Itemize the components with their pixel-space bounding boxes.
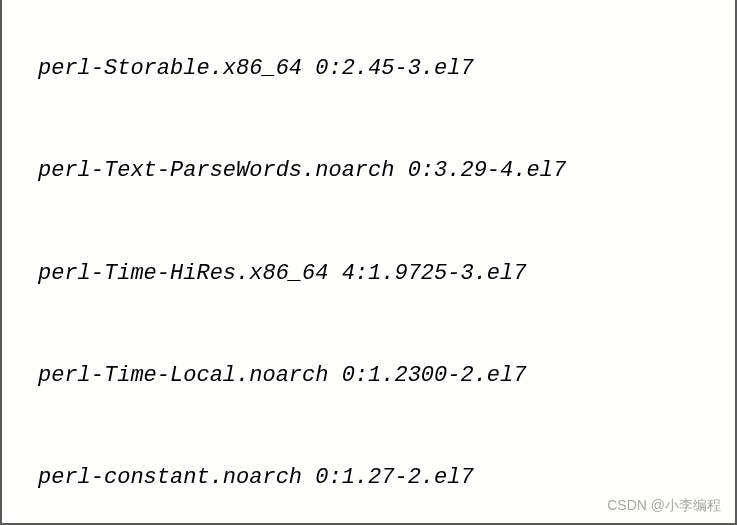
package-line: perl-Time-HiRes.x86_64 4:1.9725-3.el7 <box>10 257 727 291</box>
package-line: perl-Storable.x86_64 0:2.45-3.el7 <box>10 52 727 86</box>
package-line: perl-Time-Local.noarch 0:1.2300-2.el7 <box>10 359 727 393</box>
watermark: CSDN @小李编程 <box>607 495 721 517</box>
package-line: perl-Text-ParseWords.noarch 0:3.29-4.el7 <box>10 154 727 188</box>
terminal-output: perl-Storable.x86_64 0:2.45-3.el7 perl-T… <box>10 4 727 525</box>
package-line: perl-constant.noarch 0:1.27-2.el7 <box>10 461 727 495</box>
